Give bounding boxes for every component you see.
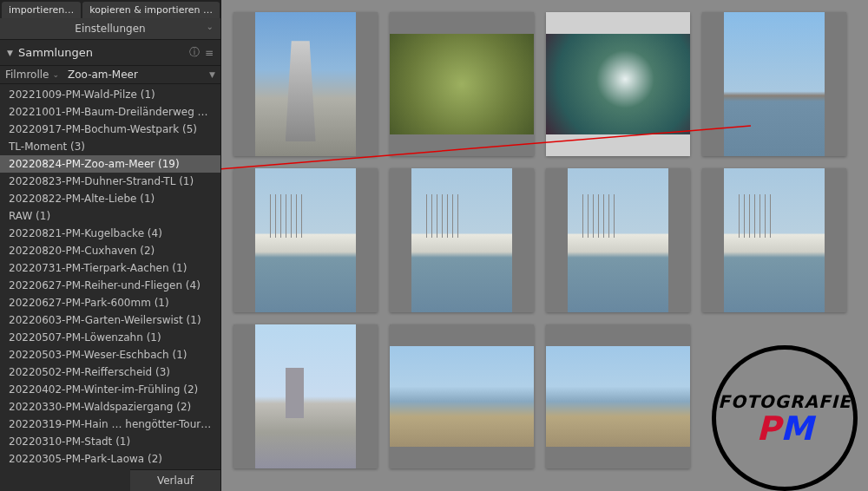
- collection-item[interactable]: 20220310-PM-Stadt (1): [0, 433, 220, 450]
- logo-watermark: FOTOGRAFIE PM: [712, 345, 858, 491]
- collections-title: Sammlungen: [18, 46, 184, 59]
- thumbnail-grid: FOTOGRAFIE PM: [221, 0, 868, 491]
- collection-item[interactable]: 20220824-PM-Zoo-am-Meer (19): [0, 155, 220, 173]
- thumbnail-image: [546, 346, 690, 447]
- collection-item[interactable]: 20220917-PM-Bochum-Westpark (5): [0, 121, 220, 138]
- thumbnail[interactable]: [546, 324, 690, 468]
- collection-item[interactable]: 20220330-PM-Waldspaziergang (2): [0, 398, 220, 416]
- settings-button[interactable]: Einstellungen ⌄: [0, 18, 220, 40]
- thumbnail[interactable]: [233, 12, 378, 156]
- collection-item[interactable]: 20220503-PM-Weser-Eschbach (1): [0, 346, 220, 363]
- collection-item[interactable]: 20220305-PM-Park-Laowa (2): [0, 450, 220, 468]
- collection-item[interactable]: 20220507-PM-Löwenzahn (1): [0, 329, 220, 346]
- thumbnail[interactable]: [233, 324, 378, 468]
- thumbnail[interactable]: [546, 12, 690, 156]
- collections-header[interactable]: ▼ Sammlungen ⓘ ≡: [0, 40, 220, 66]
- thumbnail-image: [724, 168, 825, 312]
- thumbnail[interactable]: [233, 168, 378, 312]
- info-icon[interactable]: ⓘ: [189, 45, 200, 60]
- thumbnail[interactable]: [390, 168, 534, 312]
- list-icon[interactable]: ≡: [205, 47, 214, 59]
- thumbnail-image: [390, 346, 534, 447]
- thumbnail-image: [390, 34, 534, 134]
- collection-item[interactable]: 20221009-PM-Wald-Pilze (1): [0, 86, 220, 103]
- tab-copy-import[interactable]: kopieren & importieren …: [82, 2, 220, 18]
- collection-item[interactable]: 20220821-PM-Kugelbacke (4): [0, 225, 220, 242]
- thumbnail[interactable]: [702, 168, 846, 312]
- collection-list: 20221009-PM-Wald-Pilze (1)20221001-PM-Ba…: [0, 84, 220, 469]
- thumbnail[interactable]: [390, 12, 534, 156]
- thumbnail-image: [411, 168, 512, 312]
- collection-item[interactable]: 20220627-PM-Park-600mm (1): [0, 294, 220, 311]
- collection-item[interactable]: 20221001-PM-Baum-Dreiländerweg (1): [0, 103, 220, 121]
- thumbnail[interactable]: [390, 324, 534, 468]
- sidebar: importieren… kopieren & importieren … Ei…: [0, 0, 221, 491]
- thumbnail-image: [568, 168, 668, 312]
- thumbnail[interactable]: [546, 168, 690, 312]
- thumbnail-image: [724, 12, 825, 156]
- history-button[interactable]: Verlauf: [130, 469, 220, 491]
- collection-item[interactable]: 20220820-PM-Cuxhaven (2): [0, 242, 220, 259]
- thumbnail-image: [255, 12, 356, 156]
- filter-row[interactable]: Filmrolle ⌄ Zoo-am-Meer ▼: [0, 66, 220, 84]
- chevron-down-icon: ⌄: [52, 70, 59, 79]
- collection-item[interactable]: TL-Moment (3): [0, 138, 220, 155]
- sidebar-tabs: importieren… kopieren & importieren …: [0, 0, 220, 18]
- logo-text-2: PM: [756, 412, 813, 445]
- collection-item[interactable]: 20220502-PM-Reifferscheid (3): [0, 363, 220, 381]
- collection-item[interactable]: 20220319-PM-Hain … hengötter-Tour (2): [0, 416, 220, 433]
- collection-item[interactable]: 20220731-PM-Tierpark-Aachen (1): [0, 259, 220, 277]
- thumbnail-image: [546, 34, 690, 134]
- filter-label: Filmrolle: [5, 69, 49, 81]
- chevron-down-icon: ⌄: [207, 22, 214, 31]
- thumbnail[interactable]: [702, 12, 846, 156]
- collection-item[interactable]: 20220627-PM-Reiher-und-Fliegen (4): [0, 277, 220, 294]
- thumbnail-image: [255, 168, 356, 312]
- collection-item[interactable]: 20220822-PM-Alte-Liebe (1): [0, 190, 220, 207]
- filter-value: Zoo-am-Meer: [68, 69, 209, 81]
- collection-item[interactable]: 20220603-PM-Garten-Weilerswist (1): [0, 311, 220, 329]
- collapse-icon: ▼: [7, 49, 13, 57]
- tab-import[interactable]: importieren…: [2, 2, 81, 18]
- collection-item[interactable]: 20220823-PM-Duhner-Strand-TL (1): [0, 173, 220, 190]
- settings-label: Einstellungen: [75, 23, 145, 35]
- collection-item[interactable]: RAW (1): [0, 207, 220, 225]
- collection-item[interactable]: 20220402-PM-Winter-im-Frühling (2): [0, 381, 220, 398]
- thumbnail-image: [255, 324, 356, 468]
- dropdown-icon[interactable]: ▼: [209, 70, 215, 79]
